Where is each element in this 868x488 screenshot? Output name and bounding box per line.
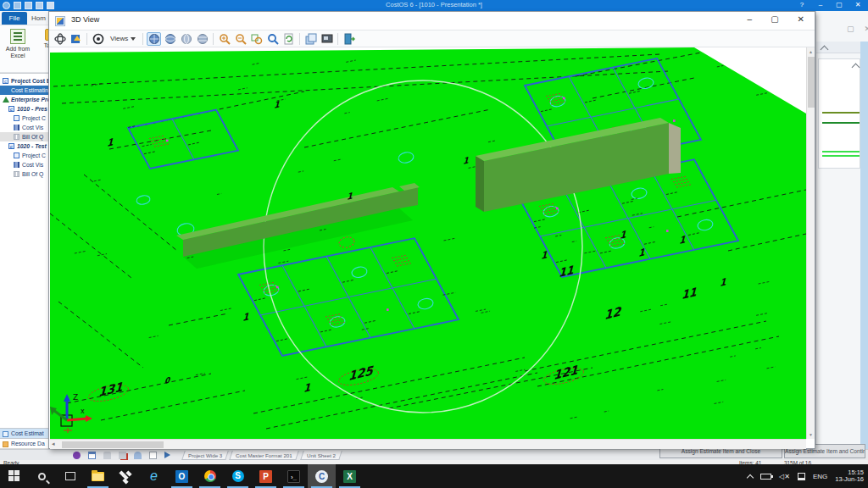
orbit-icon[interactable] xyxy=(91,32,105,46)
arrow-icon[interactable] xyxy=(164,452,170,458)
vertical-scrollbar[interactable]: ▲ ▼ xyxy=(806,47,815,439)
hidden-icons-chevron[interactable] xyxy=(747,474,754,480)
zoom-out-icon[interactable] xyxy=(233,32,248,46)
bg-grid-panel xyxy=(818,58,860,169)
bottom-toolbar: Project Wide 3 Cost Master Format 201 Un… xyxy=(0,449,868,460)
chart-icon xyxy=(14,125,19,130)
tab-home[interactable]: Hom xyxy=(31,12,46,25)
tree-item-project-c-1[interactable]: Project C xyxy=(0,114,48,123)
texture-mode-icon[interactable] xyxy=(69,32,83,46)
task-view-button[interactable] xyxy=(56,464,84,488)
tree-item-boq-1[interactable]: Bill Of Q xyxy=(0,132,48,141)
tool-close-button[interactable]: ✕ xyxy=(798,14,804,24)
sheet-tab-project-wide[interactable]: Project Wide 3 xyxy=(181,451,229,460)
tab-file[interactable]: File xyxy=(2,12,27,25)
zoom-window-icon[interactable] xyxy=(249,32,264,46)
tab-resource-database[interactable]: Resource Da xyxy=(0,438,48,448)
tree-item-1020[interactable]: c 1020 - Test xyxy=(0,141,48,151)
views-dropdown[interactable]: Views xyxy=(107,32,139,46)
globe-spin-icon[interactable] xyxy=(179,32,193,46)
taskbar-dropbox[interactable] xyxy=(112,464,140,488)
windows-logo-icon xyxy=(8,470,20,482)
globe-free-icon[interactable] xyxy=(195,32,209,46)
table-icon[interactable] xyxy=(88,452,96,459)
start-button[interactable] xyxy=(0,464,28,488)
bg-vertical-scrollbar[interactable] xyxy=(860,42,868,458)
action-center-icon[interactable] xyxy=(798,473,805,480)
excel-import-icon xyxy=(10,29,25,44)
taskbar-outlook[interactable]: O xyxy=(168,464,196,488)
sheet-tab-cost-master[interactable]: Cost Master Format 201 xyxy=(229,451,298,460)
tab-cost-estimating[interactable]: Cost Estimat xyxy=(0,428,48,438)
sidebar-item-project-cost[interactable]: c Project Cost E xyxy=(0,76,48,86)
rotate-3d-icon[interactable] xyxy=(53,32,67,46)
bg-close-button[interactable]: ✕ xyxy=(865,25,868,33)
close-button[interactable]: ✕ xyxy=(853,1,863,8)
volume-muted-icon[interactable]: ◁✕ xyxy=(779,473,790,480)
svg-text:Z: Z xyxy=(73,393,78,402)
tool-minimize-button[interactable]: – xyxy=(748,14,753,24)
layers-icon[interactable] xyxy=(303,32,318,46)
tool-maximize-button[interactable]: ▢ xyxy=(771,14,778,24)
3d-view-title: 3D View xyxy=(71,15,99,24)
3d-view-icon xyxy=(55,16,65,26)
globe-icon[interactable] xyxy=(73,452,81,459)
taskbar-skype[interactable]: S xyxy=(224,464,252,488)
scroll-thumb[interactable] xyxy=(808,57,815,108)
svg-text:x: x xyxy=(81,408,85,415)
snapshot-icon[interactable] xyxy=(320,32,334,46)
tree-item-cost-vis-2[interactable]: Cost Vis xyxy=(0,160,48,169)
module-icon: c xyxy=(3,78,8,84)
taskbar-terminal[interactable]: ›_ xyxy=(280,464,308,488)
horizontal-scrollbar[interactable]: ◂ xyxy=(50,439,806,449)
3d-view-titlebar[interactable]: 3D View – ▢ ✕ xyxy=(49,12,815,30)
taskbar-powerpoint[interactable]: P xyxy=(252,464,280,488)
tree-item-1010[interactable]: c 1010 - Pres xyxy=(0,104,48,114)
sheet-icon[interactable] xyxy=(149,452,157,459)
chart-icon xyxy=(14,162,19,168)
clock[interactable]: 15:15 13-Jun-16 xyxy=(835,469,864,484)
taskbar-costos[interactable]: C xyxy=(308,464,336,488)
battery-icon[interactable] xyxy=(760,474,771,480)
tray-date: 13-Jun-16 xyxy=(835,476,864,484)
zoom-in-icon[interactable] xyxy=(217,32,231,46)
sheet-tab-unit-sheet[interactable]: Unit Sheet 2 xyxy=(300,451,342,460)
help-button[interactable]: ? xyxy=(797,1,807,8)
add-from-excel-button[interactable]: Add from Excel xyxy=(2,29,34,59)
tree-item-boq-2[interactable]: Bill Of Q xyxy=(0,169,48,179)
maximize-button[interactable]: ▢ xyxy=(834,1,844,8)
person-red-icon[interactable] xyxy=(119,452,126,459)
collapse-chevron-icon[interactable] xyxy=(852,64,860,72)
sidebar-item-cost-estimating[interactable]: Cost Estimating xyxy=(0,86,48,95)
people-icon[interactable] xyxy=(103,452,111,459)
globe-rotate-icon[interactable] xyxy=(163,32,177,46)
taskbar-file-explorer[interactable] xyxy=(84,464,112,488)
person-blue-icon[interactable] xyxy=(134,452,142,459)
taskbar-excel[interactable]: X xyxy=(336,464,364,488)
main-titlebar: CostOS 6 - [1010 - Presentation *] ? – ▢… xyxy=(0,0,868,11)
bg-grid-row-olive xyxy=(822,112,860,114)
taskbar: e O S P ›_ C X ◁✕ ENG 15:15 13-Jun-16 xyxy=(0,464,868,488)
regenerate-icon[interactable] xyxy=(281,32,296,46)
taskbar-chrome[interactable] xyxy=(196,464,224,488)
tree-item-project-c-2[interactable]: Project C xyxy=(0,151,48,160)
zoom-extents-icon[interactable] xyxy=(265,32,280,46)
tree-item-cost-vis-1[interactable]: Cost Vis xyxy=(0,123,48,132)
pan-globe-icon[interactable] xyxy=(147,32,161,46)
scroll-down-icon[interactable]: ▼ xyxy=(807,430,815,439)
task-view-icon xyxy=(65,472,75,480)
ribbon-body: Add from Excel Taked xyxy=(0,25,48,73)
3d-view-window: 3D View – ▢ ✕ Views xyxy=(48,11,815,449)
scroll-thumb[interactable] xyxy=(62,441,164,448)
tree-item-enterprise[interactable]: Enterprise Pro xyxy=(0,95,48,104)
minimize-button[interactable]: – xyxy=(815,1,826,8)
language-indicator[interactable]: ENG xyxy=(813,473,827,480)
scroll-left-icon[interactable]: ◂ xyxy=(52,441,55,447)
bg-maximize-button[interactable]: ▢ xyxy=(847,25,854,33)
scroll-up-icon[interactable]: ▲ xyxy=(807,47,815,56)
taskbar-internet-explorer[interactable]: e xyxy=(140,464,168,488)
exit-view-icon[interactable] xyxy=(342,32,356,46)
3d-viewport[interactable]: 131011112511112111112111111 Z x xyxy=(50,47,806,439)
taskbar-search[interactable] xyxy=(28,464,56,488)
grid-icon xyxy=(14,171,19,177)
